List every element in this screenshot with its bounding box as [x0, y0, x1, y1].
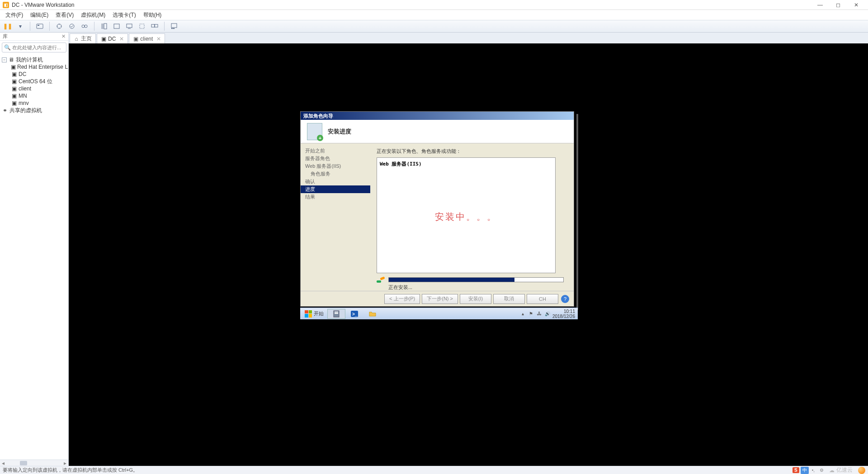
pause-button[interactable]: ❚❚ [3, 21, 13, 31]
fullscreen-icon[interactable] [99, 21, 109, 31]
vm-icon: ▣ [11, 79, 17, 84]
install-button[interactable]: 安装(I) [460, 294, 491, 304]
status-devices [858, 467, 865, 474]
minimize-button[interactable]: — [811, 0, 829, 9]
tree-item-redhat[interactable]: ▣Red Hat Enterprise L [11, 63, 66, 71]
stretch-icon[interactable] [137, 21, 147, 31]
progress-fill [389, 278, 514, 282]
menu-edit[interactable]: 编辑(E) [28, 10, 51, 20]
tree-shared-vms[interactable]: ⚭ 共享的虚拟机 [2, 107, 66, 114]
workarea: 库 ✕ 🔍 ▾ − 🖥 我的计算机 ▣Red Hat Enterprise L … [0, 33, 868, 466]
scroll-right-icon[interactable]: ▸ [62, 460, 68, 466]
tree-item-label: client [19, 85, 31, 92]
search-input[interactable] [12, 45, 75, 50]
network-icon[interactable]: 🖧 [536, 311, 542, 317]
nav-before[interactable]: 开始之前 [301, 147, 370, 155]
taskbar-server-manager[interactable] [327, 309, 345, 319]
cancel-button[interactable]: 取消 [493, 294, 525, 304]
tray-clock[interactable]: 10:11 2018/12/26 [552, 309, 575, 319]
nav-role-services[interactable]: 角色服务 [301, 170, 370, 178]
svg-point-4 [82, 25, 85, 28]
snapshot-manager-icon[interactable] [80, 21, 90, 31]
menu-help[interactable]: 帮助(H) [141, 10, 165, 20]
help-icon[interactable]: ? [561, 295, 569, 303]
svg-rect-19 [335, 313, 338, 314]
svg-rect-7 [104, 24, 107, 29]
add-roles-wizard: 添加角色向导 安装进度 开始之前 服务器角色 Web 服务器(IIS) 角色服务… [300, 111, 574, 307]
multiple-monitors-icon[interactable] [150, 21, 160, 31]
tree-item-centos[interactable]: ▣CentOS 64 位 [11, 78, 66, 85]
tab-dc[interactable]: ▣ DC ✕ [97, 33, 128, 43]
start-button[interactable]: 开始 [301, 309, 327, 319]
menu-vm[interactable]: 虚拟机(M) [78, 10, 108, 20]
svg-rect-16 [173, 28, 175, 29]
tab-close-icon[interactable]: ✕ [119, 36, 124, 42]
scroll-left-icon[interactable]: ◂ [0, 460, 6, 466]
guest-desktop: 添加角色向导 安装进度 开始之前 服务器角色 Web 服务器(IIS) 角色服务… [300, 111, 578, 319]
taskbar-explorer[interactable] [363, 309, 382, 319]
menu-file[interactable]: 文件(F) [3, 10, 26, 20]
maximize-button[interactable]: ◻ [829, 0, 847, 9]
ime-indicator[interactable]: S 中 •, ⚙ [793, 467, 826, 474]
tab-client[interactable]: ▣ client ✕ [129, 33, 165, 43]
nav-result[interactable]: 结果 [301, 193, 370, 201]
progress-anim-icon [377, 276, 385, 283]
watermark-text: 亿速云 [836, 466, 853, 474]
tree-item-mn[interactable]: ▣MN [11, 92, 66, 100]
tray-up-icon[interactable]: ▴ [520, 311, 526, 317]
next-button[interactable]: 下一步(N) > [422, 294, 458, 304]
sidebar-close-icon[interactable]: ✕ [61, 33, 66, 39]
watermark: ☁ 亿速云 [829, 466, 853, 474]
close-button[interactable]: ✕ [847, 0, 865, 9]
tree-item-label: DC [19, 71, 26, 77]
wizard-header-title: 安装进度 [328, 128, 351, 136]
volume-icon[interactable]: 🔊 [544, 311, 551, 317]
tab-home[interactable]: ⌂ 主页 [70, 33, 96, 43]
nav-iis[interactable]: Web 服务器(IIS) [301, 162, 370, 170]
tree-item-client[interactable]: ▣client [11, 85, 66, 92]
prev-button[interactable]: < 上一步(P) [384, 294, 420, 304]
svg-text:>_: >_ [352, 312, 358, 317]
device-orb-icon[interactable] [858, 467, 865, 474]
sidebar-scrollbar[interactable]: ◂ ▸ [0, 460, 68, 466]
thumbnail-bar-icon[interactable] [169, 21, 179, 31]
vm-icon: ▣ [11, 93, 17, 99]
menu-tabs[interactable]: 选项卡(T) [110, 10, 138, 20]
nav-progress[interactable]: 进度 [301, 185, 370, 193]
menu-view[interactable]: 查看(V) [53, 10, 76, 20]
wizard-body: 开始之前 服务器角色 Web 服务器(IIS) 角色服务 确认 进度 结果 正在… [301, 143, 574, 291]
svg-rect-8 [114, 24, 119, 28]
menubar: 文件(F) 编辑(E) 查看(V) 虚拟机(M) 选项卡(T) 帮助(H) [0, 10, 868, 20]
power-dropdown[interactable]: ▾ [15, 21, 25, 31]
tree-item-dc[interactable]: ▣DC [11, 71, 66, 78]
sidebar-header: 库 ✕ [0, 33, 68, 41]
scroll-thumb[interactable] [20, 461, 27, 465]
svg-rect-14 [171, 24, 177, 28]
sidebar-search[interactable]: 🔍 ▾ [2, 43, 66, 52]
language-indicator[interactable]: CH [527, 294, 558, 304]
console-view-icon[interactable] [124, 21, 134, 31]
tree-item-label: MN [19, 93, 27, 99]
svg-point-3 [70, 24, 74, 28]
progress-bar [388, 277, 564, 282]
flag-icon[interactable]: ⚑ [528, 311, 534, 317]
collapse-icon[interactable]: − [2, 57, 7, 62]
tree-item-mnv[interactable]: ▣mnv [11, 100, 66, 107]
unity-icon[interactable] [112, 21, 122, 31]
vm-console[interactable]: 添加角色向导 安装进度 开始之前 服务器角色 Web 服务器(IIS) 角色服务… [69, 43, 868, 466]
nav-server-roles[interactable]: 服务器角色 [301, 155, 370, 162]
snapshot-icon[interactable] [54, 21, 64, 31]
send-ctrlaltdel-icon[interactable] [35, 21, 45, 31]
tree-root-mycomputer[interactable]: − 🖥 我的计算机 [2, 56, 66, 63]
snapshot-revert-icon[interactable] [67, 21, 77, 31]
tree-shared-label: 共享的虚拟机 [9, 107, 42, 114]
nav-confirm[interactable]: 确认 [301, 178, 370, 185]
wizard-titlebar[interactable]: 添加角色向导 [301, 112, 574, 120]
taskbar-powershell[interactable]: >_ [345, 309, 363, 319]
progress-status-text: 正在安装... [377, 284, 567, 291]
tree-item-label: mnv [19, 100, 29, 106]
tab-close-icon[interactable]: ✕ [156, 36, 161, 42]
svg-rect-6 [101, 24, 104, 29]
vm-icon: ▣ [11, 71, 17, 77]
install-list: Web 服务器(IIS) 安装中。。。 [377, 157, 556, 273]
